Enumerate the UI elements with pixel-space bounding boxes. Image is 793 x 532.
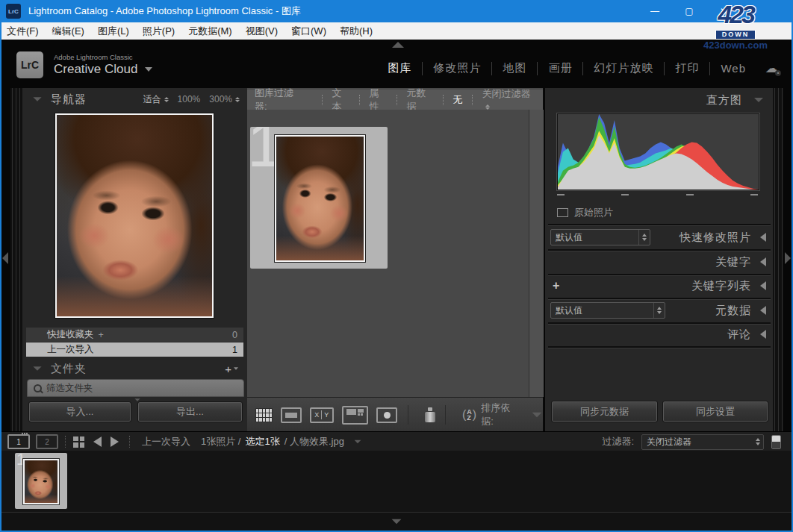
navigator-header[interactable]: 导航器 适合 100% 300% (22, 88, 247, 110)
collapse-bottom-arrow-icon[interactable] (392, 519, 402, 524)
collapse-left-arrow-icon[interactable] (2, 252, 8, 264)
folder-filter-input[interactable]: 筛选文件夹 (27, 379, 244, 397)
histogram-tick (750, 194, 758, 195)
histogram-chart[interactable] (557, 113, 759, 190)
zoom-300[interactable]: 300% (209, 94, 240, 104)
people-view-icon[interactable] (376, 407, 397, 423)
collapse-top-arrow-icon[interactable] (392, 42, 404, 48)
filmstrip-cell-selected[interactable]: 1 (15, 453, 67, 509)
cloud-sync-icon[interactable]: ☁✕ (765, 60, 778, 76)
sync-settings-button[interactable]: 同步设置 (662, 401, 768, 422)
quick-develop-collapse-icon[interactable] (760, 233, 766, 242)
original-photo-row[interactable]: 原始照片 (557, 206, 613, 219)
metadata-preset-select[interactable]: 默认值 (550, 302, 665, 319)
keywording-section[interactable]: 关键字 (545, 252, 774, 272)
keywording-collapse-icon[interactable] (760, 257, 766, 266)
filmstrip-source-dropdown-icon[interactable] (354, 440, 361, 443)
grid-shortcut-icon[interactable] (73, 436, 84, 448)
grid-view-icon[interactable] (255, 408, 273, 422)
menu-edit[interactable]: 编辑(E) (46, 22, 91, 40)
menu-window[interactable]: 窗口(W) (284, 22, 333, 40)
menu-photo[interactable]: 照片(P) (136, 22, 181, 40)
sort-direction-icon[interactable]: ( AZ ) (462, 408, 476, 422)
title-bar[interactable]: LrC Lightroom Catalog - Adobe Photoshop … (0, 0, 793, 22)
keyword-list-section[interactable]: + 关键字列表 (545, 276, 774, 295)
left-panel-grip[interactable] (10, 88, 22, 431)
compare-view-icon[interactable]: X Y (310, 407, 333, 423)
filmstrip[interactable]: 1 (1, 451, 792, 512)
grid-cell-selected[interactable]: 1 (250, 127, 388, 269)
collapse-right-arrow-icon[interactable] (785, 252, 791, 264)
menu-file[interactable]: 文件(F) (0, 22, 46, 40)
histogram-title: 直方图 (706, 93, 742, 107)
original-photo-checkbox[interactable] (557, 208, 568, 217)
toolbar-separator (408, 405, 408, 425)
sync-metadata-button[interactable]: 同步元数据 (551, 401, 658, 422)
minimize-button[interactable]: — (638, 0, 672, 22)
navigator-title: 导航器 (51, 93, 87, 107)
filmstrip-filename: / 人物效果.jpg (284, 435, 344, 448)
photo-thumbnail[interactable] (275, 135, 365, 262)
second-window-icon[interactable]: 2 (36, 434, 58, 449)
collection-previous-import[interactable]: 上一次导入 1 (26, 342, 243, 357)
menu-metadata[interactable]: 元数据(M) (181, 22, 239, 40)
navigator-collapse-icon[interactable] (33, 97, 41, 101)
right-panel-group: 直方图 原始照片 默认值 快速修改照 (543, 88, 792, 431)
module-print[interactable]: 打印 (665, 61, 709, 75)
quick-collection-count: 0 (232, 330, 237, 340)
module-web[interactable]: Web (710, 62, 756, 75)
module-develop[interactable]: 修改照片 (423, 61, 491, 75)
metadata-collapse-icon[interactable] (760, 306, 766, 315)
module-map[interactable]: 地图 (492, 61, 537, 75)
comments-collapse-icon[interactable] (760, 330, 766, 339)
export-button[interactable]: 导出... (137, 401, 243, 422)
menu-view[interactable]: 视图(V) (239, 22, 284, 40)
filmstrip-filter-label: 过滤器: (602, 435, 634, 448)
grid-scrollbar[interactable] (529, 110, 544, 397)
filter-none[interactable]: 无 (444, 93, 472, 107)
add-folder-button[interactable]: + (225, 363, 240, 375)
menu-library[interactable]: 图库(L) (91, 22, 136, 40)
module-picker-panel: LrC Adobe Lightroom Classic Creative Clo… (1, 40, 792, 88)
folders-header[interactable]: 文件夹 + (22, 360, 247, 378)
go-forward-icon[interactable] (111, 436, 119, 447)
keyword-list-collapse-icon[interactable] (760, 281, 766, 290)
right-panel-grip[interactable] (773, 88, 783, 431)
histogram-collapse-icon[interactable] (754, 98, 763, 102)
collection-quick[interactable]: 快捷收藏夹 + 0 (26, 328, 243, 342)
previous-import-label: 上一次导入 (47, 343, 94, 356)
panel-divider (548, 224, 771, 226)
left-edge (1, 88, 10, 431)
survey-view-icon[interactable] (342, 406, 368, 425)
import-button[interactable]: 导入... (28, 401, 131, 422)
filter-custom-preset[interactable]: 关闭过滤器 (473, 87, 543, 112)
keyword-add-button[interactable]: + (553, 279, 559, 292)
filmstrip-thumbnail[interactable] (23, 459, 59, 504)
histogram-header[interactable]: 直方图 (545, 91, 774, 109)
left-panel-group: 导航器 适合 100% 300% 快捷收藏夹 + 0 上一次导入 1 文件夹 (1, 88, 247, 431)
bottom-edge (1, 512, 792, 531)
quick-develop-preset-select[interactable]: 默认值 (550, 229, 650, 245)
comments-section[interactable]: 评论 (545, 325, 774, 344)
filmstrip-filter-select[interactable]: 关闭过滤器 (641, 434, 764, 450)
metadata-section[interactable]: 默认值 元数据 (545, 300, 774, 321)
go-back-icon[interactable] (93, 436, 102, 447)
sort-by-dropdown-icon[interactable] (532, 413, 542, 417)
grid-view-area[interactable]: 1 (247, 110, 529, 397)
quick-develop-section[interactable]: 默认值 快速修改照片 (545, 227, 774, 248)
folders-collapse-icon[interactable] (33, 366, 41, 371)
main-window-icon[interactable]: 1 (7, 434, 30, 449)
painter-spray-icon[interactable] (425, 407, 433, 422)
menu-help[interactable]: 帮助(H) (333, 22, 379, 40)
filter-toggle-switch[interactable] (771, 435, 781, 449)
identity-dropdown-icon[interactable] (145, 67, 152, 72)
zoom-fit[interactable]: 适合 (143, 93, 169, 106)
loupe-view-icon[interactable] (281, 407, 302, 423)
center-content: 图库过滤器: 文本 属性 元数据 无 关闭过滤器 1 X (247, 88, 543, 431)
module-library[interactable]: 图库 (377, 61, 422, 75)
zoom-100[interactable]: 100% (178, 94, 201, 104)
module-book[interactable]: 画册 (538, 61, 582, 75)
navigator-preview-image[interactable] (55, 113, 214, 318)
module-slideshow[interactable]: 幻灯片放映 (583, 61, 664, 75)
filmstrip-source[interactable]: 上一次导入 (142, 435, 190, 448)
